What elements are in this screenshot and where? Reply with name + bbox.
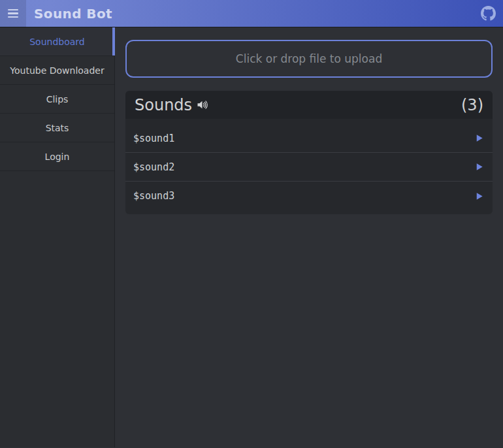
sounds-count: (3) bbox=[461, 96, 483, 114]
play-icon bbox=[474, 133, 484, 143]
sounds-title: Sounds bbox=[135, 96, 192, 114]
sidebar-item-label: Youtube Downloader bbox=[10, 65, 104, 76]
play-sound-button[interactable] bbox=[473, 190, 485, 202]
sidebar-item-stats[interactable]: Stats bbox=[0, 114, 114, 142]
sound-name: $sound1 bbox=[133, 133, 174, 144]
play-sound-button[interactable] bbox=[473, 161, 485, 173]
sound-row[interactable]: $sound1 bbox=[125, 124, 493, 153]
layout: Soundboard Youtube Downloader Clips Stat… bbox=[0, 27, 503, 447]
sidebar-item-youtube-downloader[interactable]: Youtube Downloader bbox=[0, 56, 114, 85]
sidebar-item-login[interactable]: Login bbox=[0, 142, 114, 171]
sound-row[interactable]: $sound2 bbox=[125, 153, 493, 182]
sidebar: Soundboard Youtube Downloader Clips Stat… bbox=[0, 27, 115, 447]
sidebar-item-label: Stats bbox=[46, 123, 69, 133]
play-icon bbox=[474, 191, 484, 201]
hamburger-menu-button[interactable] bbox=[0, 0, 26, 27]
dropzone-label: Click or drop file to upload bbox=[236, 52, 382, 65]
sidebar-item-label: Soundboard bbox=[29, 37, 85, 47]
sounds-card: Sounds (3) $sound1 bbox=[125, 91, 493, 214]
speaker-icon bbox=[195, 98, 209, 112]
sounds-list: $sound1 $sound2 $s bbox=[125, 119, 493, 214]
play-sound-button[interactable] bbox=[473, 133, 485, 144]
file-upload-dropzone[interactable]: Click or drop file to upload bbox=[125, 40, 493, 78]
sidebar-item-soundboard[interactable]: Soundboard bbox=[0, 27, 114, 56]
sounds-card-header: Sounds (3) bbox=[125, 91, 493, 119]
github-link[interactable] bbox=[479, 5, 496, 22]
sidebar-item-label: Clips bbox=[46, 94, 69, 104]
sidebar-item-label: Login bbox=[45, 152, 70, 162]
app-header: Sound Bot bbox=[0, 0, 503, 27]
sidebar-item-clips[interactable]: Clips bbox=[0, 85, 114, 114]
sound-row[interactable]: $sound3 bbox=[125, 182, 493, 210]
main-content: Click or drop file to upload Sounds (3) … bbox=[115, 27, 503, 447]
hamburger-icon bbox=[8, 9, 18, 11]
sound-name: $sound2 bbox=[133, 161, 174, 173]
sound-name: $sound3 bbox=[133, 190, 174, 202]
app-title: Sound Bot bbox=[34, 6, 112, 22]
play-icon bbox=[474, 162, 484, 172]
github-icon bbox=[481, 6, 496, 21]
